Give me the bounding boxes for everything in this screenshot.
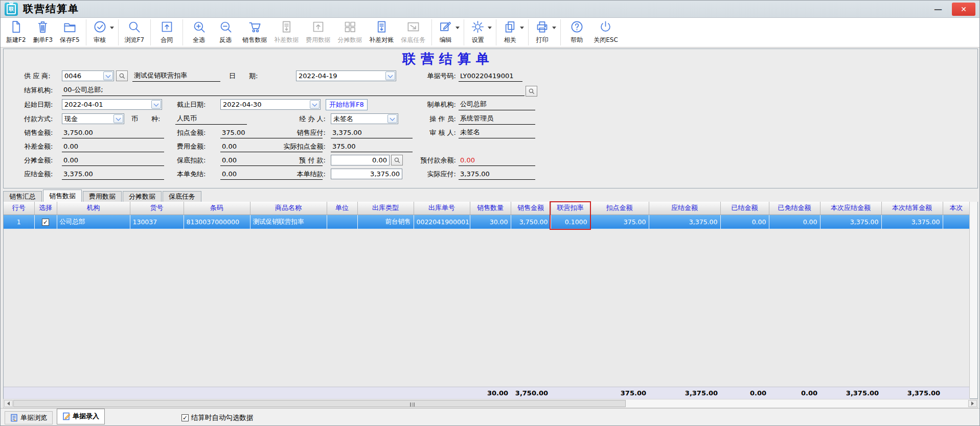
new-doc-icon xyxy=(9,20,23,35)
settle-org-value: 00-公司总部; xyxy=(62,85,525,96)
app-icon-text: 联 xyxy=(7,4,16,14)
edit-pencil-icon xyxy=(439,20,452,35)
col-rowno[interactable]: 行号 xyxy=(4,202,34,215)
cell-item-no: 130037 xyxy=(130,215,184,229)
auto-check-checkbox[interactable]: ✓ xyxy=(181,414,189,421)
col-this-due[interactable]: 本次应结金额 xyxy=(820,202,881,215)
date-combo[interactable]: 2022-04-19 xyxy=(296,70,396,81)
end-date-label: 截止日期: xyxy=(177,99,206,110)
save-button[interactable]: 保存F5 xyxy=(56,18,83,47)
table-row[interactable]: 1 ✓ 公司总部 130037 8130037000000 测试促销联营扣率 前… xyxy=(4,215,970,229)
col-outbound-no[interactable]: 出库单号 xyxy=(414,202,470,215)
help-button[interactable]: 帮助 xyxy=(563,18,590,47)
col-settle-due[interactable]: 应结金额 xyxy=(649,202,720,215)
col-unit[interactable]: 单位 xyxy=(327,202,357,215)
col-settled[interactable]: 已结金额 xyxy=(720,202,769,215)
cell-select[interactable]: ✓ xyxy=(34,215,57,229)
scrollbar-thumb[interactable] xyxy=(13,400,626,407)
settings-dropdown-icon[interactable] xyxy=(488,27,492,29)
cell-rowno: 1 xyxy=(4,215,34,229)
col-exempted[interactable]: 已免结金额 xyxy=(769,202,820,215)
col-sales-qty[interactable]: 销售数量 xyxy=(470,202,511,215)
app-icon: 联 xyxy=(5,3,18,16)
sales-payable-label: 销售应付: xyxy=(244,127,326,138)
col-joint-rate[interactable]: 联营扣率 xyxy=(551,202,590,215)
scroll-left-arrow[interactable] xyxy=(4,400,13,407)
pay-method-combo[interactable]: 现金 xyxy=(62,113,124,124)
related-dropdown-icon[interactable] xyxy=(520,27,524,29)
col-org[interactable]: 机构 xyxy=(57,202,130,215)
cell-deduct-amount: 375.00 xyxy=(590,215,649,229)
audit-button[interactable]: 审核 xyxy=(89,18,116,47)
summary-sales-qty: 30.00 xyxy=(470,387,511,399)
tab-doc-browse[interactable]: 单据浏览 xyxy=(5,411,53,424)
related-button[interactable]: 相关 xyxy=(499,18,526,47)
copy-pages-icon xyxy=(503,20,517,35)
new-button[interactable]: 新建F2 xyxy=(3,18,30,47)
supplier-combo[interactable]: 0046 xyxy=(62,70,114,81)
col-sales-amount[interactable]: 销售金额 xyxy=(511,202,551,215)
chevron-down-icon[interactable] xyxy=(103,72,113,80)
close-button[interactable]: ✕ xyxy=(952,3,975,16)
sales-data-button[interactable]: 销售数据 xyxy=(239,18,270,47)
supplier-name: 测试促销联营扣率 xyxy=(132,70,220,82)
tab-fee-data[interactable]: 费用数据 xyxy=(83,191,122,202)
currency-value: 人民币 xyxy=(175,113,247,125)
this-settle-label: 本单结款: xyxy=(244,169,326,180)
supplement-reconcile-button[interactable]: 补差对账 xyxy=(366,18,397,47)
prepay-balance-value: 0.00 xyxy=(459,155,535,166)
diff-amount-label: 补差金额: xyxy=(24,141,53,152)
row-checkbox[interactable]: ✓ xyxy=(42,219,49,226)
start-settle-button[interactable]: 开始结算F8 xyxy=(326,99,368,110)
summary-settle-due: 3,375.00 xyxy=(649,387,720,399)
settings-button[interactable]: 设置 xyxy=(467,18,493,47)
vertical-scrollbar[interactable] xyxy=(969,202,977,398)
print-button[interactable]: 打印 xyxy=(531,18,558,47)
invert-select-button[interactable]: 反选 xyxy=(212,18,239,47)
auto-check-option[interactable]: ✓ 结算时自动勾选数据 xyxy=(181,413,254,422)
col-this-settle[interactable]: 本次结算金额 xyxy=(881,202,943,215)
browse-button[interactable]: 浏览F7 xyxy=(121,18,148,47)
end-date-combo[interactable]: 2022-04-30 xyxy=(220,99,321,110)
close-esc-button[interactable]: 关闭ESC xyxy=(590,18,622,47)
supplier-search-button[interactable] xyxy=(116,70,128,81)
cart-icon xyxy=(248,20,262,35)
share-amount-value: 0.00 xyxy=(62,155,164,166)
chevron-down-icon[interactable] xyxy=(113,114,123,123)
tab-floor-task[interactable]: 保底任务 xyxy=(163,191,201,202)
tab-sales-summary[interactable]: 销售汇总 xyxy=(3,191,42,202)
search-icon xyxy=(119,73,126,80)
tab-doc-entry[interactable]: 单据录入 xyxy=(57,409,105,424)
audit-dropdown-icon[interactable] xyxy=(110,27,114,29)
col-deduct-amount[interactable]: 扣点金额 xyxy=(590,202,649,215)
summary-exempted: 0.00 xyxy=(769,387,820,399)
fee-amount-label: 费用金额: xyxy=(177,141,206,152)
chevron-down-icon[interactable] xyxy=(151,100,161,109)
tab-sales-data[interactable]: 销售数据 xyxy=(43,190,82,202)
settle-org-search-button[interactable] xyxy=(526,86,537,97)
minimize-button[interactable]: — xyxy=(931,4,945,15)
contract-button[interactable]: 合同 xyxy=(153,18,180,47)
col-select[interactable]: 选择 xyxy=(34,202,57,215)
edit-dropdown-icon[interactable] xyxy=(455,27,460,29)
col-outbound-type[interactable]: 出库类型 xyxy=(357,202,414,215)
select-all-button[interactable]: 全选 xyxy=(186,18,212,47)
print-dropdown-icon[interactable] xyxy=(552,27,556,29)
chevron-down-icon[interactable] xyxy=(310,100,320,109)
col-item-no[interactable]: 货号 xyxy=(130,202,184,215)
horizontal-scrollbar[interactable] xyxy=(3,399,978,408)
col-next-partial[interactable]: 本次 xyxy=(943,202,970,215)
grid-squares-icon xyxy=(343,20,357,35)
tab-share-data[interactable]: 分摊数据 xyxy=(123,191,162,202)
col-product-name[interactable]: 商品名称 xyxy=(250,202,327,215)
prepay-input[interactable]: 0.00 xyxy=(331,155,390,165)
delete-button[interactable]: 删单F3 xyxy=(30,18,57,47)
start-date-combo[interactable]: 2022-04-01 xyxy=(62,99,162,110)
col-barcode[interactable]: 条码 xyxy=(184,202,250,215)
supplement-data-button: 补差数据 xyxy=(270,18,302,47)
scroll-right-arrow[interactable] xyxy=(968,400,977,407)
sales-amount-label: 销售金额: xyxy=(24,127,53,138)
edit-button[interactable]: 编辑 xyxy=(435,18,461,47)
cell-settle-due: 3,375.00 xyxy=(649,215,720,229)
supplier-label: 供 应 商: xyxy=(24,70,51,82)
